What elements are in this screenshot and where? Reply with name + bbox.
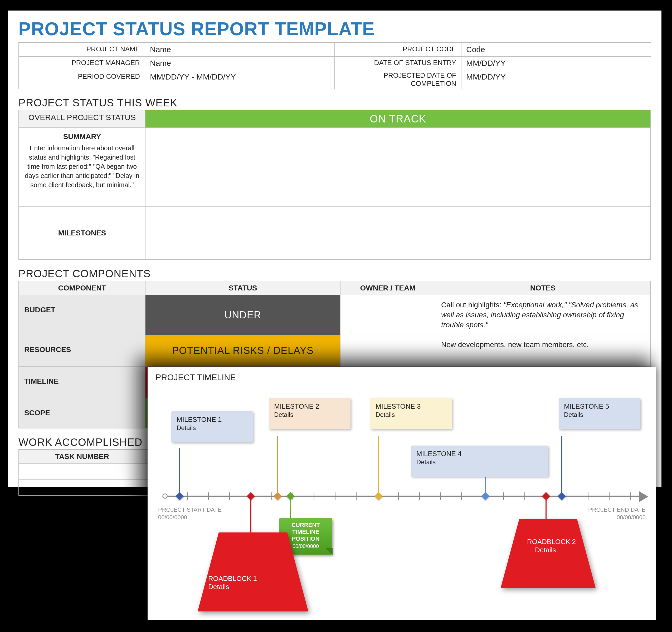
summary-title: SUMMARY (24, 131, 140, 142)
component-owner[interactable] (340, 335, 435, 366)
label-project-name: PROJECT NAME (19, 43, 145, 56)
component-row-resources: RESOURCES POTENTIAL RISKS / DELAYS New d… (19, 335, 650, 366)
value-date-status[interactable]: MM/DD/YY (461, 56, 651, 70)
component-name: SCOPE (19, 398, 145, 428)
milestone-stem (561, 436, 562, 494)
summary-cell: SUMMARY Enter information here about ove… (19, 128, 145, 206)
end-date-label: PROJECT END DATE 00/00/0000 (588, 506, 646, 521)
value-project-manager[interactable]: Name (145, 56, 335, 70)
timeline-tick (356, 492, 357, 500)
milestone-stem (179, 448, 180, 494)
milestones-title: MILESTONES (19, 207, 145, 259)
current-stem (290, 497, 291, 520)
timeline-title: PROJECT TIMELINE (148, 368, 656, 382)
summary-content[interactable] (145, 128, 650, 206)
roadblock-stem (546, 497, 547, 521)
svg-marker-0 (198, 532, 308, 611)
timeline-tick (524, 492, 525, 500)
timeline-tick (419, 492, 420, 500)
component-name: BUDGET (19, 295, 145, 334)
value-project-code[interactable]: Code (461, 43, 651, 56)
value-project-name[interactable]: Name (145, 43, 335, 56)
timeline-tick (630, 492, 631, 500)
owner-header: OWNER / TEAM (340, 281, 435, 295)
axis-start-icon (162, 494, 168, 499)
component-name: TIMELINE (19, 366, 145, 398)
timeline-tick (461, 492, 462, 500)
status-header: STATUS (145, 281, 340, 295)
milestone-marker-icon (481, 492, 489, 500)
axis-arrow-icon (639, 491, 648, 502)
milestones-content[interactable] (145, 207, 650, 259)
info-grid: PROJECT NAME Name PROJECT CODE Code PROJ… (19, 42, 651, 89)
timeline-tick (588, 492, 589, 500)
label-project-code: PROJECT CODE (335, 43, 461, 56)
task-number-header: TASK NUMBER (19, 450, 145, 463)
label-project-manager: PROJECT MANAGER (19, 56, 145, 70)
component-notes[interactable]: Call out highlights: "Exceptional work,"… (435, 295, 650, 334)
start-date-label: PROJECT START DATE 00/00/0000 (158, 506, 222, 521)
timeline-canvas: PROJECT START DATE 00/00/0000 PROJECT EN… (148, 382, 656, 620)
milestone-box-4[interactable]: MILESTONE 4 Details (411, 446, 548, 477)
milestone-marker-icon (558, 492, 566, 500)
label-projected: PROJECTED DATE OF COMPLETION (335, 70, 461, 89)
component-status[interactable]: UNDER (145, 295, 340, 334)
section-title-status: PROJECT STATUS THIS WEEK (8, 89, 662, 110)
milestone-box-1[interactable]: MILESTONE 1 Details (171, 411, 253, 443)
milestone-marker-icon (273, 492, 282, 500)
timeline-tick (440, 492, 441, 500)
timeline-tick (335, 492, 335, 500)
summary-help-text: Enter information here about overall sta… (25, 144, 139, 188)
page-title: PROJECT STATUS REPORT TEMPLATE (8, 10, 662, 42)
milestone-box-5[interactable]: MILESTONE 5 Details (559, 398, 640, 429)
roadblock-marker-icon (247, 492, 255, 500)
milestone-box-2[interactable]: MILESTONE 2 Details (269, 398, 351, 429)
milestone-stem (277, 436, 278, 494)
label-period: PERIOD COVERED (19, 70, 145, 89)
timeline-tick (229, 492, 230, 500)
timeline-tick (609, 492, 609, 500)
timeline-panel: PROJECT TIMELINE PROJECT START DATE 00/0… (148, 368, 656, 620)
component-name: RESOURCES (19, 335, 145, 366)
component-header: COMPONENT (19, 281, 145, 295)
overall-status-label: OVERALL PROJECT STATUS (19, 110, 145, 127)
timeline-axis (163, 496, 640, 497)
component-owner[interactable] (340, 295, 435, 334)
timeline-tick (187, 492, 188, 500)
component-status[interactable]: POTENTIAL RISKS / DELAYS (145, 335, 340, 366)
timeline-tick (271, 492, 272, 500)
component-row-budget: BUDGET UNDER Call out highlights: "Excep… (19, 295, 650, 335)
roadblock-stem (250, 497, 251, 534)
label-date-status: DATE OF STATUS ENTRY (335, 56, 461, 70)
overall-status-value[interactable]: ON TRACK (145, 110, 650, 127)
status-week: OVERALL PROJECT STATUS ON TRACK SUMMARY … (19, 110, 651, 260)
section-title-components: PROJECT COMPONENTS (8, 260, 662, 281)
timeline-tick (208, 492, 209, 500)
value-period[interactable]: MM/DD/YY - MM/DD/YY (145, 70, 335, 89)
timeline-tick (314, 492, 314, 500)
component-notes[interactable]: New developments, new team members, etc. (435, 335, 650, 366)
milestone-box-3[interactable]: MILESTONE 3 Details (370, 398, 452, 429)
milestone-marker-icon (375, 492, 383, 500)
milestone-marker-icon (175, 492, 184, 500)
timeline-tick (503, 492, 504, 500)
roadblock-1[interactable]: ROADBLOCK 1 Details (198, 532, 308, 613)
milestone-stem (378, 436, 379, 494)
notes-header: NOTES (435, 281, 650, 295)
timeline-tick (398, 492, 399, 500)
timeline-tick (567, 492, 567, 500)
value-projected[interactable]: MM/DD/YY (461, 70, 651, 89)
roadblock-marker-icon (542, 492, 550, 500)
roadblock-2[interactable]: ROADBLOCK 2 Details (501, 519, 596, 589)
